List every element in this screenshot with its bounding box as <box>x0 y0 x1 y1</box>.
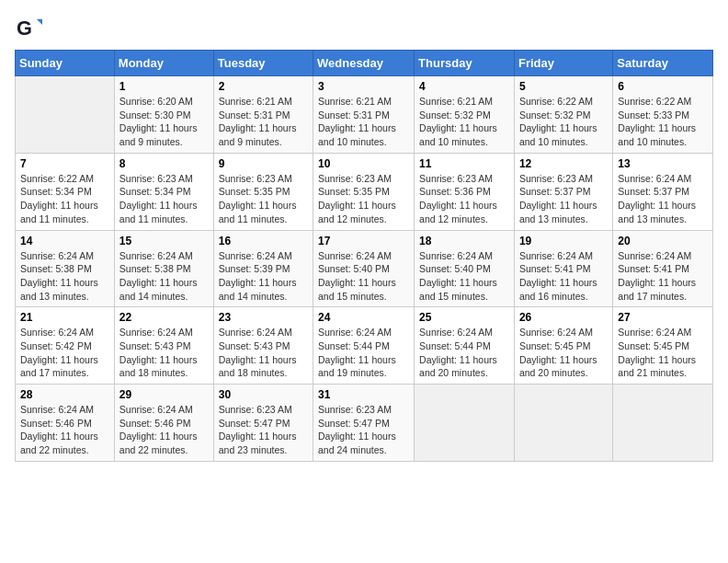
day-info: Sunrise: 6:24 AM Sunset: 5:43 PM Dayligh… <box>219 326 308 380</box>
day-number: 5 <box>519 80 608 93</box>
svg-marker-1 <box>37 19 42 25</box>
day-number: 14 <box>20 235 109 247</box>
calendar-cell: 9Sunrise: 6:23 AM Sunset: 5:35 PM Daylig… <box>213 153 313 230</box>
day-number: 13 <box>618 157 708 170</box>
day-info: Sunrise: 6:24 AM Sunset: 5:46 PM Dayligh… <box>119 403 209 457</box>
day-info: Sunrise: 6:20 AM Sunset: 5:30 PM Dayligh… <box>119 95 209 149</box>
day-info: Sunrise: 6:22 AM Sunset: 5:33 PM Dayligh… <box>618 95 708 149</box>
day-number: 17 <box>318 235 409 247</box>
calendar-cell: 14Sunrise: 6:24 AM Sunset: 5:38 PM Dayli… <box>16 230 115 307</box>
weekday-header-wednesday: Wednesday <box>313 51 415 76</box>
calendar-cell: 28Sunrise: 6:24 AM Sunset: 5:46 PM Dayli… <box>16 385 115 462</box>
day-number: 19 <box>519 235 608 247</box>
day-info: Sunrise: 6:23 AM Sunset: 5:35 PM Dayligh… <box>318 172 409 226</box>
calendar-cell: 5Sunrise: 6:22 AM Sunset: 5:32 PM Daylig… <box>514 76 612 154</box>
day-number: 31 <box>318 388 409 401</box>
weekday-header-friday: Friday <box>514 51 612 76</box>
svg-text:G: G <box>17 17 32 40</box>
week-row-5: 28Sunrise: 6:24 AM Sunset: 5:46 PM Dayli… <box>16 385 713 462</box>
day-number: 3 <box>318 80 409 93</box>
calendar-cell: 16Sunrise: 6:24 AM Sunset: 5:39 PM Dayli… <box>213 230 313 307</box>
weekday-header-row: SundayMondayTuesdayWednesdayThursdayFrid… <box>16 51 713 76</box>
day-info: Sunrise: 6:21 AM Sunset: 5:32 PM Dayligh… <box>419 95 509 149</box>
calendar-cell: 6Sunrise: 6:22 AM Sunset: 5:33 PM Daylig… <box>613 76 713 154</box>
day-number: 21 <box>20 311 109 324</box>
calendar-cell <box>613 385 713 462</box>
day-info: Sunrise: 6:24 AM Sunset: 5:46 PM Dayligh… <box>20 403 109 457</box>
weekday-header-tuesday: Tuesday <box>213 51 313 76</box>
day-info: Sunrise: 6:24 AM Sunset: 5:38 PM Dayligh… <box>20 249 109 304</box>
day-number: 15 <box>119 235 209 247</box>
calendar-cell: 3Sunrise: 6:21 AM Sunset: 5:31 PM Daylig… <box>313 76 415 154</box>
week-row-1: 1Sunrise: 6:20 AM Sunset: 5:30 PM Daylig… <box>16 76 713 154</box>
day-number: 20 <box>618 235 708 247</box>
day-info: Sunrise: 6:22 AM Sunset: 5:32 PM Dayligh… <box>519 95 608 149</box>
day-info: Sunrise: 6:24 AM Sunset: 5:44 PM Dayligh… <box>419 326 509 380</box>
weekday-header-sunday: Sunday <box>16 51 115 76</box>
day-number: 22 <box>119 311 209 324</box>
day-info: Sunrise: 6:24 AM Sunset: 5:45 PM Dayligh… <box>519 326 608 380</box>
calendar-cell: 29Sunrise: 6:24 AM Sunset: 5:46 PM Dayli… <box>114 385 213 462</box>
calendar-cell: 31Sunrise: 6:23 AM Sunset: 5:47 PM Dayli… <box>313 385 415 462</box>
calendar-cell: 1Sunrise: 6:20 AM Sunset: 5:30 PM Daylig… <box>114 76 213 154</box>
day-info: Sunrise: 6:23 AM Sunset: 5:47 PM Dayligh… <box>219 403 308 457</box>
day-number: 10 <box>318 157 409 170</box>
day-number: 1 <box>119 80 209 93</box>
calendar-cell: 30Sunrise: 6:23 AM Sunset: 5:47 PM Dayli… <box>213 385 313 462</box>
day-info: Sunrise: 6:24 AM Sunset: 5:37 PM Dayligh… <box>618 172 708 226</box>
week-row-2: 7Sunrise: 6:22 AM Sunset: 5:34 PM Daylig… <box>16 153 713 230</box>
calendar-cell <box>415 385 515 462</box>
calendar-cell <box>16 76 115 154</box>
day-number: 16 <box>219 235 308 247</box>
logo: G <box>15 15 42 40</box>
calendar-cell: 12Sunrise: 6:23 AM Sunset: 5:37 PM Dayli… <box>514 153 612 230</box>
weekday-header-monday: Monday <box>114 51 213 76</box>
day-number: 29 <box>119 388 209 401</box>
day-number: 28 <box>20 388 109 401</box>
day-info: Sunrise: 6:24 AM Sunset: 5:44 PM Dayligh… <box>318 326 409 380</box>
page-header: G <box>15 15 713 40</box>
day-info: Sunrise: 6:23 AM Sunset: 5:47 PM Dayligh… <box>318 403 409 457</box>
day-info: Sunrise: 6:24 AM Sunset: 5:40 PM Dayligh… <box>419 249 509 304</box>
day-info: Sunrise: 6:23 AM Sunset: 5:36 PM Dayligh… <box>419 172 509 226</box>
week-row-3: 14Sunrise: 6:24 AM Sunset: 5:38 PM Dayli… <box>16 230 713 307</box>
weekday-header-saturday: Saturday <box>613 51 713 76</box>
weekday-header-thursday: Thursday <box>415 51 515 76</box>
logo-icon: G <box>17 15 42 40</box>
day-info: Sunrise: 6:24 AM Sunset: 5:40 PM Dayligh… <box>318 249 409 304</box>
calendar-table: SundayMondayTuesdayWednesdayThursdayFrid… <box>15 50 713 462</box>
calendar-cell: 25Sunrise: 6:24 AM Sunset: 5:44 PM Dayli… <box>415 307 515 385</box>
day-info: Sunrise: 6:24 AM Sunset: 5:41 PM Dayligh… <box>618 249 708 304</box>
day-info: Sunrise: 6:22 AM Sunset: 5:34 PM Dayligh… <box>20 172 109 226</box>
day-info: Sunrise: 6:24 AM Sunset: 5:43 PM Dayligh… <box>119 326 209 380</box>
calendar-cell: 17Sunrise: 6:24 AM Sunset: 5:40 PM Dayli… <box>313 230 415 307</box>
calendar-cell: 21Sunrise: 6:24 AM Sunset: 5:42 PM Dayli… <box>16 307 115 385</box>
day-info: Sunrise: 6:24 AM Sunset: 5:38 PM Dayligh… <box>119 249 209 304</box>
day-number: 23 <box>219 311 308 324</box>
calendar-cell: 2Sunrise: 6:21 AM Sunset: 5:31 PM Daylig… <box>213 76 313 154</box>
calendar-cell: 18Sunrise: 6:24 AM Sunset: 5:40 PM Dayli… <box>415 230 515 307</box>
day-info: Sunrise: 6:23 AM Sunset: 5:35 PM Dayligh… <box>219 172 308 226</box>
calendar-cell: 23Sunrise: 6:24 AM Sunset: 5:43 PM Dayli… <box>213 307 313 385</box>
day-number: 27 <box>618 311 708 324</box>
calendar-cell: 11Sunrise: 6:23 AM Sunset: 5:36 PM Dayli… <box>415 153 515 230</box>
day-info: Sunrise: 6:24 AM Sunset: 5:42 PM Dayligh… <box>20 326 109 380</box>
day-info: Sunrise: 6:24 AM Sunset: 5:39 PM Dayligh… <box>219 249 308 304</box>
calendar-cell: 10Sunrise: 6:23 AM Sunset: 5:35 PM Dayli… <box>313 153 415 230</box>
day-info: Sunrise: 6:24 AM Sunset: 5:45 PM Dayligh… <box>618 326 708 380</box>
day-number: 25 <box>419 311 509 324</box>
calendar-cell: 22Sunrise: 6:24 AM Sunset: 5:43 PM Dayli… <box>114 307 213 385</box>
day-number: 7 <box>20 157 109 170</box>
day-info: Sunrise: 6:21 AM Sunset: 5:31 PM Dayligh… <box>318 95 409 149</box>
week-row-4: 21Sunrise: 6:24 AM Sunset: 5:42 PM Dayli… <box>16 307 713 385</box>
day-number: 2 <box>219 80 308 93</box>
calendar-cell: 26Sunrise: 6:24 AM Sunset: 5:45 PM Dayli… <box>514 307 612 385</box>
day-info: Sunrise: 6:23 AM Sunset: 5:34 PM Dayligh… <box>119 172 209 226</box>
day-number: 24 <box>318 311 409 324</box>
calendar-cell: 15Sunrise: 6:24 AM Sunset: 5:38 PM Dayli… <box>114 230 213 307</box>
calendar-cell: 13Sunrise: 6:24 AM Sunset: 5:37 PM Dayli… <box>613 153 713 230</box>
calendar-cell <box>514 385 612 462</box>
calendar-cell: 19Sunrise: 6:24 AM Sunset: 5:41 PM Dayli… <box>514 230 612 307</box>
calendar-cell: 20Sunrise: 6:24 AM Sunset: 5:41 PM Dayli… <box>613 230 713 307</box>
day-number: 26 <box>519 311 608 324</box>
